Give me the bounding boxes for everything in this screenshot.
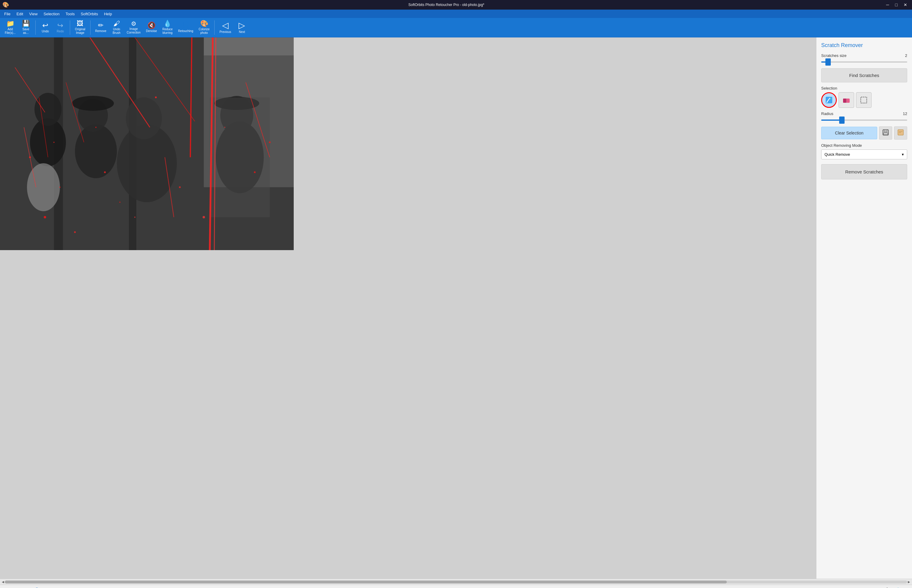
- eraser-icon: [842, 95, 851, 105]
- svg-point-26: [29, 157, 31, 158]
- play-icon[interactable]: ▶: [906, 587, 910, 588]
- denoise-icon: 🔇: [147, 22, 155, 29]
- previous-icon: ◁: [222, 21, 229, 30]
- svg-point-35: [254, 171, 255, 173]
- horizontal-scroll-thumb: [5, 580, 727, 583]
- scroll-left-arrow[interactable]: ◀: [1, 580, 5, 584]
- svg-point-28: [104, 171, 106, 173]
- toolbar-original-image[interactable]: 🖼 OriginalImage: [73, 19, 87, 36]
- twitter-icon[interactable]: 🐦: [896, 587, 902, 588]
- rect-select-icon: [859, 95, 868, 105]
- object-removing-mode-label: Object Removing Mode: [821, 143, 907, 148]
- remove-scratches-button[interactable]: Remove Scratches: [821, 164, 907, 179]
- svg-point-31: [74, 231, 76, 233]
- title-bar: 🎨 SoftOrbits Photo Retoucher Pro - old-p…: [0, 0, 912, 10]
- svg-point-27: [59, 187, 61, 188]
- toolbar-retouching[interactable]: 👤 Retouching: [176, 19, 196, 36]
- menu-help[interactable]: Help: [101, 10, 115, 18]
- clear-selection-row: Clear Selection: [821, 126, 907, 140]
- quick-remove-dropdown[interactable]: Quick Remove ▾: [821, 149, 907, 159]
- toolbar-save-as[interactable]: 💾 Saveas...: [19, 19, 33, 36]
- reduce-blurring-icon: 💧: [163, 20, 171, 27]
- menu-softorbits[interactable]: SoftOrbits: [78, 10, 101, 18]
- svg-point-29: [134, 216, 136, 218]
- svg-point-38: [53, 142, 55, 143]
- remove-icon: ✏: [98, 22, 103, 29]
- scratches-size-slider[interactable]: [821, 61, 907, 63]
- toolbar-image-correction[interactable]: ⚙ ImageCorrection: [125, 19, 143, 36]
- toolbar-next[interactable]: ▷ Next: [234, 19, 249, 36]
- toolbar-undo-brush[interactable]: 🖌 UndoBrush: [109, 19, 124, 36]
- toolbar-redo[interactable]: ↪ Redo: [53, 19, 68, 36]
- radius-label-row: Radius 12: [821, 111, 907, 116]
- menu-tools[interactable]: Tools: [63, 10, 78, 18]
- horizontal-scrollbar[interactable]: [5, 580, 907, 583]
- toolbar-denoise[interactable]: 🔇 Denoise: [144, 19, 159, 36]
- radius-section: Radius 12: [821, 111, 907, 123]
- svg-rect-56: [899, 132, 901, 133]
- eraser-tool-button[interactable]: [839, 92, 854, 108]
- toolbar-add-files[interactable]: 📁 AddFile(s)...: [2, 19, 18, 36]
- radius-slider-container: [821, 117, 907, 122]
- undo-brush-icon: 🖌: [113, 20, 120, 27]
- svg-rect-55: [899, 131, 902, 132]
- svg-point-30: [44, 216, 46, 218]
- pencil-tool-button[interactable]: [821, 92, 837, 108]
- scratches-size-value: 2: [905, 53, 907, 58]
- toolbar-colorize[interactable]: 🎨 Colorizephoto: [196, 19, 212, 36]
- selection-section: Selection: [821, 86, 907, 108]
- toolbar-remove[interactable]: ✏ Remove: [93, 19, 109, 36]
- scratches-size-slider-container: [821, 59, 907, 63]
- undo-icon: ↩: [42, 22, 48, 29]
- svg-point-40: [269, 141, 271, 143]
- toolbar-separator-3: [90, 20, 91, 35]
- save-icon: [882, 129, 889, 136]
- menu-edit[interactable]: Edit: [13, 10, 26, 18]
- maximize-button[interactable]: □: [893, 2, 900, 8]
- svg-point-36: [155, 97, 157, 98]
- image-correction-icon: ⚙: [131, 21, 136, 27]
- svg-point-6: [34, 93, 61, 126]
- rect-select-tool-button[interactable]: [856, 92, 872, 108]
- redo-icon: ↪: [57, 22, 63, 29]
- svg-rect-16: [210, 97, 270, 217]
- horizontal-scroll-area: ◀ ▶: [0, 579, 912, 585]
- load-selection-button[interactable]: [894, 126, 907, 140]
- panel-title: Scratch Remover: [821, 42, 907, 48]
- find-scratches-button[interactable]: Find Scratches: [821, 68, 907, 82]
- clear-selection-button[interactable]: Clear Selection: [821, 127, 877, 139]
- quick-remove-value: Quick Remove: [825, 152, 850, 157]
- close-button[interactable]: ✕: [901, 2, 910, 8]
- menu-file[interactable]: File: [1, 10, 13, 18]
- colorize-icon: 🎨: [200, 20, 208, 27]
- svg-point-32: [119, 202, 120, 203]
- radius-label: Radius: [821, 111, 833, 116]
- menu-selection[interactable]: Selection: [40, 10, 62, 18]
- toolbar-previous[interactable]: ◁ Previous: [217, 19, 233, 36]
- main-layout: Scratch Remover Scratches size 2 Find Sc…: [0, 37, 912, 579]
- scroll-right-arrow[interactable]: ▶: [907, 580, 911, 584]
- minimize-button[interactable]: ─: [884, 2, 892, 8]
- svg-point-37: [95, 127, 97, 128]
- status-bar: ⊞ ⊡ − + 75% Time (s): 0.0 JPG 1172×663 ℹ…: [0, 585, 912, 588]
- svg-point-33: [179, 186, 181, 188]
- window-title: SoftOrbits Photo Retoucher Pro - old-pho…: [9, 3, 884, 7]
- toolbar-nav: ◁ Previous ▷ Next: [217, 19, 249, 36]
- canvas-area[interactable]: [0, 37, 816, 579]
- save-selection-button[interactable]: [879, 126, 892, 140]
- svg-rect-50: [861, 97, 867, 103]
- toolbar-separator-4: [214, 20, 215, 35]
- toolbar-separator-2: [70, 20, 70, 35]
- radius-value: 12: [903, 111, 907, 116]
- add-files-icon: 📁: [6, 20, 15, 27]
- window-controls: ─ □ ✕: [884, 2, 910, 8]
- radius-slider[interactable]: [821, 120, 907, 121]
- next-icon: ▷: [239, 21, 245, 30]
- toolbar-undo[interactable]: ↩ Undo: [38, 19, 52, 36]
- selection-label: Selection: [821, 86, 907, 90]
- svg-point-7: [75, 124, 117, 178]
- load-icon: [897, 129, 904, 136]
- toolbar-reduce-blurring[interactable]: 💧 Reduceblurring: [160, 19, 175, 36]
- menu-view[interactable]: View: [26, 10, 40, 18]
- info-icon[interactable]: ℹ: [886, 587, 888, 588]
